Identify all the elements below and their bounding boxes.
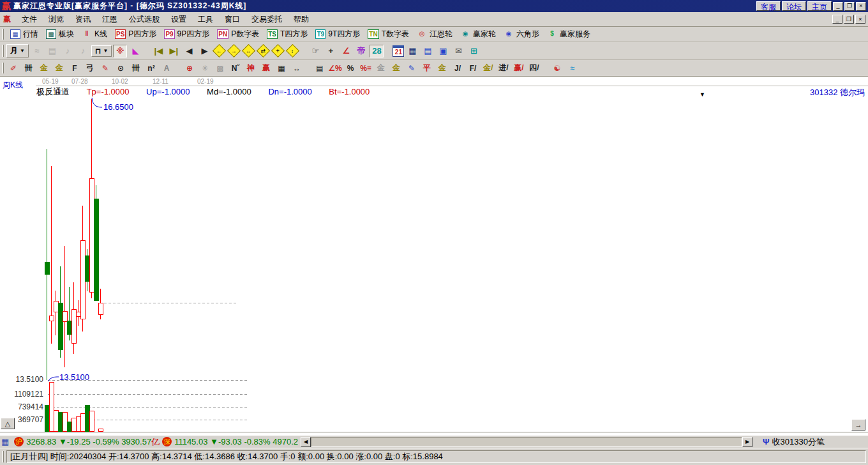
winner-wheel-button[interactable]: ◉赢家轮 xyxy=(456,27,500,41)
menu-formula-stock-pick[interactable]: 公式选股 xyxy=(123,13,165,26)
percent-icon[interactable]: % xyxy=(343,62,357,75)
histogram-box-icon[interactable]: ▤ xyxy=(313,62,327,75)
bow-tool-icon[interactable]: 弓 xyxy=(83,62,97,75)
gold-grid-1-icon[interactable]: 金 xyxy=(37,62,51,75)
sectors-button[interactable]: ▩板块 xyxy=(42,27,78,41)
pencil-1-icon[interactable]: ✎ xyxy=(405,62,419,75)
shen-tool-icon[interactable]: 神 xyxy=(244,62,258,75)
f-angle-icon[interactable]: F/ xyxy=(466,62,480,75)
child-close-button[interactable]: × xyxy=(855,15,865,24)
qimen-tool-icon[interactable]: 帝 xyxy=(354,45,368,57)
time-clock-icon[interactable]: ⊙ xyxy=(114,62,128,75)
gold-overline-icon[interactable]: 平 xyxy=(420,62,434,75)
ruler-pen-icon[interactable]: ✎ xyxy=(98,62,112,75)
chevron-down-icon[interactable]: ▼ xyxy=(700,91,705,98)
quotes-grid-icon[interactable]: ▦ xyxy=(1,437,9,446)
k-wave-icon[interactable]: Ν˝ xyxy=(228,62,243,75)
shanghai-index-icon[interactable]: 沪 xyxy=(14,437,24,446)
n-square-icon[interactable]: n² xyxy=(144,62,158,75)
gold-levels-icon[interactable]: 金 xyxy=(389,62,403,75)
pen-tool-icon[interactable]: ✐ xyxy=(6,62,20,75)
save-icon[interactable]: ▣ xyxy=(436,45,450,57)
menu-trade-entrust[interactable]: 交易委托 xyxy=(246,13,288,26)
colored-flag-icon[interactable]: ◣ xyxy=(128,45,142,57)
pan-right-diamond[interactable]: → xyxy=(227,44,241,57)
horizontal-scrollbar[interactable]: ◀ ▶ xyxy=(301,437,752,447)
target-cross-icon[interactable]: ⊕ xyxy=(183,62,197,75)
compass-icon[interactable]: A xyxy=(160,62,174,75)
9t-square-button[interactable]: T99T四方形 xyxy=(311,27,364,41)
period-month-button[interactable]: 月▼ xyxy=(6,44,29,57)
percent-angle-icon[interactable]: ∠% xyxy=(328,62,342,75)
notes-icon[interactable]: ▤ xyxy=(421,45,435,57)
quotes-button[interactable]: ▦行情 xyxy=(6,27,42,41)
jin-angle-icon[interactable]: 进/ xyxy=(497,62,511,75)
remote-pc-icon[interactable]: ⊞ xyxy=(467,45,481,57)
zoom-all-diamond[interactable]: ↕ xyxy=(286,44,299,57)
wave-icon[interactable]: ≈ xyxy=(565,62,580,75)
menu-file[interactable]: 文件 xyxy=(16,13,43,26)
scroll-right-arrow-icon[interactable]: ▶ xyxy=(742,437,752,447)
menu-window[interactable]: 窗口 xyxy=(219,13,246,26)
toolbar-grip[interactable] xyxy=(2,63,4,74)
taiji-icon[interactable]: ☯ xyxy=(550,62,564,75)
dense-grid-icon[interactable]: ▦ xyxy=(274,62,288,75)
si-angle-icon[interactable]: 四/ xyxy=(527,62,541,75)
gold-underline-icon[interactable]: 金 xyxy=(435,62,449,75)
child-restore-button[interactable]: ❐ xyxy=(844,15,854,24)
menu-help[interactable]: 帮助 xyxy=(288,13,315,26)
swap-diamond[interactable]: ⇄ xyxy=(257,44,270,57)
minimize-button[interactable]: _ xyxy=(833,2,843,11)
grid-lines-2-icon[interactable]: 卌 xyxy=(129,62,143,75)
home-button[interactable]: 主页 xyxy=(807,1,832,11)
forum-button[interactable]: 论坛 xyxy=(782,1,806,11)
9p-square-button[interactable]: P99P四方形 xyxy=(160,27,213,41)
pan-both-diamond[interactable]: ↔ xyxy=(242,44,255,57)
pan-left-diamond[interactable]: ← xyxy=(213,44,226,57)
t-square-button[interactable]: TST四方形 xyxy=(263,27,311,41)
drag-hand-tool-icon[interactable]: ☞ xyxy=(308,45,322,57)
mail-icon[interactable]: ✉ xyxy=(451,45,465,57)
toolbar-grip[interactable] xyxy=(2,29,4,39)
chart-area[interactable]: 05-1907-2810-0212-1102-1913.510011091217… xyxy=(0,77,868,435)
jump-last-button[interactable]: ▶| xyxy=(167,45,181,57)
grid-lines-icon[interactable]: 卌 xyxy=(22,62,36,75)
winner-service-button[interactable]: $赢家服务 xyxy=(543,27,594,41)
child-minimize-button[interactable]: _ xyxy=(832,15,842,24)
support-button[interactable]: 客服 xyxy=(756,1,781,11)
hexagon-button[interactable]: ◉六角形 xyxy=(500,27,543,41)
calculator-icon[interactable]: ▦ xyxy=(405,45,419,57)
menu-tools[interactable]: 工具 xyxy=(192,13,219,26)
cycle-3-icon[interactable]: ♪ xyxy=(61,45,75,57)
candle-style-button[interactable]: ⊓▼ xyxy=(91,45,112,57)
scrollbar-track[interactable] xyxy=(311,437,742,447)
scribble-tool-icon[interactable]: ≈ xyxy=(30,45,44,57)
kline-button[interactable]: ‖K线 xyxy=(78,27,111,41)
next-bar-button[interactable]: ▶ xyxy=(197,45,211,57)
crosshair-tool-icon[interactable]: + xyxy=(324,45,338,57)
pattern-search-icon[interactable]: ※ xyxy=(113,45,127,57)
gold-circle-icon[interactable]: 金 xyxy=(374,62,388,75)
indicator-name[interactable]: 极反通道 xyxy=(36,87,70,96)
scroll-left-arrow-icon[interactable]: ◀ xyxy=(301,437,311,447)
menu-news[interactable]: 资讯 xyxy=(70,13,96,26)
kline-chart-canvas[interactable]: 05-1907-2810-0212-1102-1913.510011091217… xyxy=(0,77,868,435)
calendar-21-icon[interactable]: 21 xyxy=(393,45,404,57)
close-button[interactable]: × xyxy=(856,2,866,11)
zoom-in-diamond[interactable]: + xyxy=(271,44,285,57)
ying-tool-icon[interactable]: 赢 xyxy=(259,62,273,75)
t-digit-table-button[interactable]: TNT数字表 xyxy=(364,27,413,41)
extreme-channel-tool-icon[interactable]: 28 xyxy=(370,45,384,57)
angle-measure-tool-icon[interactable]: ∠ xyxy=(339,45,353,57)
menu-gann[interactable]: 江恩 xyxy=(96,13,123,26)
p-digit-table-button[interactable]: PNP数字表 xyxy=(213,27,263,41)
shenzhen-index-icon[interactable]: 深 xyxy=(162,437,172,446)
jump-first-button[interactable]: |◀ xyxy=(151,45,165,57)
star-ray-icon[interactable]: ✳ xyxy=(198,62,212,75)
prev-bar-button[interactable]: ◀ xyxy=(182,45,196,57)
gann-wheel-button[interactable]: ◎江恩轮 xyxy=(413,27,456,41)
memo-tool-icon[interactable]: ▤ xyxy=(45,45,59,57)
gold-grid-2-icon[interactable]: 金 xyxy=(52,62,66,75)
toolbar-grip[interactable] xyxy=(2,45,4,57)
expand-volume-button[interactable]: △ xyxy=(1,418,15,429)
